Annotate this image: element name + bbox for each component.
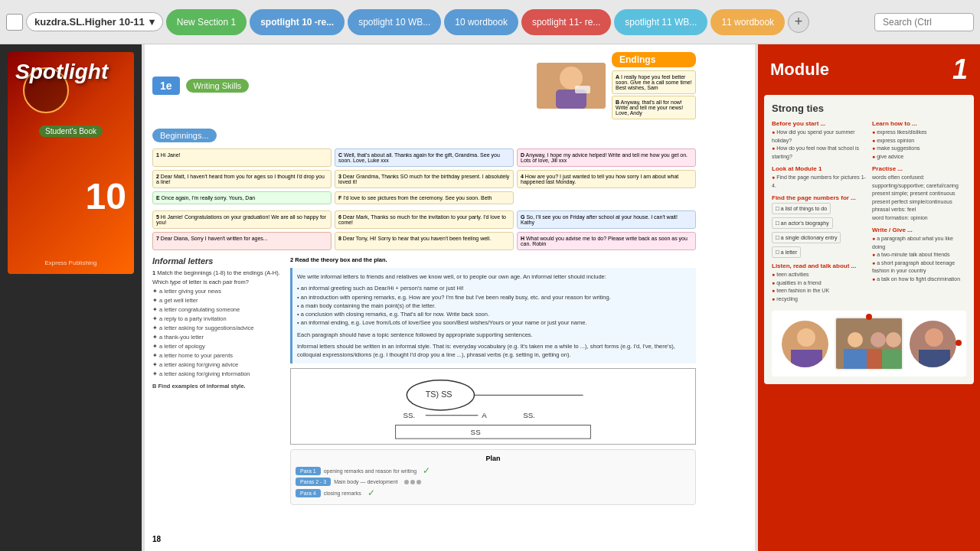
- photos-section: [772, 311, 966, 377]
- photos-row: [778, 317, 960, 370]
- letter-card-g: G So, I'll see you on Friday after schoo…: [517, 210, 696, 229]
- svg-point-20: [871, 332, 886, 347]
- svg-point-14: [797, 328, 815, 347]
- profile-dropdown-icon: ▾: [149, 16, 155, 28]
- book-cover: Spotlight Student's Book 10 Express Publ…: [8, 52, 134, 274]
- before-start-item-2: How do you feel now that school is start…: [772, 145, 866, 161]
- list-item: ✦ a thank-you letter: [152, 333, 283, 342]
- tab-spotlight11wb[interactable]: spotlight 11 WB...: [614, 9, 707, 35]
- letter-card-h: H What would you advise me to do? Please…: [517, 232, 696, 250]
- svg-text:SS.: SS.: [403, 411, 415, 419]
- theory-para: Each paragraph should have a topic sente…: [297, 331, 691, 339]
- theory-point: • an informal ending, e.g. Love from/Lot…: [297, 318, 691, 327]
- cover-publisher: Express Publishing: [44, 256, 96, 266]
- module-number: 1: [952, 54, 968, 86]
- svg-text:SS: SS: [471, 428, 482, 436]
- letter-card-e: E Once again, I'm really sorry. Yours, D…: [152, 191, 332, 204]
- plan-desc-2: Main body — development: [334, 479, 397, 484]
- module-sidebar: Module 1 Strong ties Before you start ..…: [758, 44, 980, 551]
- profile-selector[interactable]: kuzdra.SL.Higher 10-11 ▾: [26, 12, 163, 31]
- svg-text:TS) SS: TS) SS: [426, 390, 452, 399]
- tab-spotlight11re[interactable]: spotlight 11- re...: [521, 9, 611, 35]
- svg-rect-19: [844, 349, 867, 370]
- dots-indicator: [404, 480, 421, 484]
- write-item: a short paragraph about teenage fashion …: [872, 259, 966, 276]
- page-content-area: 1e Writing Skills End: [145, 44, 755, 551]
- svg-rect-26: [919, 350, 950, 369]
- student-book-badge: Student's Book: [39, 126, 103, 137]
- group-photo: [835, 317, 903, 370]
- left-sidebar: Spotlight Student's Book 10 Express Publ…: [0, 44, 142, 551]
- theory-point: • an informal greeting such as Dear/Hi +…: [297, 284, 691, 292]
- write-item: a talk on how to fight discrimination: [872, 276, 966, 284]
- module-content: Strong ties Before you start ... How did…: [764, 95, 974, 384]
- tab-spotlight10wb[interactable]: spotlight 10 WB...: [348, 9, 441, 35]
- svg-text:SS.: SS.: [523, 411, 535, 419]
- find-page-items: □ a list of things to do □ an actor's bi…: [772, 203, 866, 258]
- look-module-text: Find the page numbers for pictures 1-4.: [772, 174, 866, 190]
- plan-para-1: Para 1: [296, 467, 321, 475]
- cover-number: 10: [86, 178, 126, 215]
- tab-wordbook10[interactable]: 10 wordbook: [444, 9, 518, 35]
- list-item: ✦ a letter asking for/giving advice: [152, 360, 283, 370]
- learn-item: express likes/dislikes: [872, 129, 966, 137]
- theory-point: • a conclusion with closing remarks, e.g…: [297, 310, 691, 318]
- grammar-item: word formation: opinion: [872, 214, 966, 223]
- theory-box: We write informal letters to friends and…: [290, 268, 696, 364]
- letter-beginning-3: 3 Dear Grandma, Thanks SO much for the b…: [335, 170, 514, 188]
- letter-card-f: F I'd love to see pictures from the cere…: [335, 191, 514, 204]
- letter-beginning-5: 5 Hi Jamie! Congratulations on your grad…: [152, 210, 332, 229]
- section-badge: 1e: [152, 77, 180, 95]
- letter-card-c: C Well, that's about all. Thanks again f…: [335, 148, 514, 167]
- letter-beginning-7: 7 Dear Diana, Sorry I haven't written fo…: [152, 232, 332, 250]
- theory-style: Informal letters should be written in an…: [297, 342, 691, 360]
- tab-new-section[interactable]: New Section 1: [166, 9, 247, 35]
- look-module-section: Look at Module 1 Find the page numbers f…: [772, 165, 866, 190]
- task2-label: 2: [290, 256, 293, 263]
- svg-rect-11: [396, 425, 591, 439]
- tab-wordbook11[interactable]: 11 wordbook: [710, 9, 785, 35]
- write-item: a paragraph about what you like doing: [872, 235, 966, 251]
- endings-title: Endings: [612, 52, 696, 67]
- find-page-item: □ an actor's biography: [772, 217, 833, 229]
- learn-item: give advice: [872, 153, 966, 161]
- list-item: ✦ a letter asking for/giving information: [152, 370, 283, 379]
- beginnings-area: Beginnings...: [152, 126, 696, 145]
- find-page-title: Find the page numbers for ...: [772, 194, 866, 201]
- theory-point: • an introduction with opening remarks, …: [297, 293, 691, 302]
- cover-top: Spotlight: [15, 60, 126, 84]
- list-item: ✦ a get well letter: [152, 296, 283, 305]
- theory-point: • a main body containing the main point(…: [297, 302, 691, 310]
- module-section-title: Strong ties: [772, 103, 966, 114]
- learn-how-section: Learn how to ... express likes/dislikes …: [872, 120, 966, 161]
- find-page-item: □ a list of things to do: [772, 203, 831, 214]
- person-photo-1: [780, 319, 830, 369]
- textbook-page: 1e Writing Skills End: [145, 44, 704, 549]
- plan-row-2: Paras 2 - 3 Main body — development: [296, 478, 691, 486]
- find-page-item: □ a letter: [772, 246, 801, 258]
- plan-para-2: Paras 2 - 3: [296, 478, 331, 486]
- write-section: Write / Give ... a paragraph about what …: [872, 227, 966, 283]
- listen-section: Listen, read and talk about ... teen act…: [772, 262, 866, 303]
- module-title-text: Module: [770, 60, 829, 80]
- informal-letters-col: Informal letters 1 Match the beginnings …: [152, 256, 283, 510]
- plan-title: Plan: [296, 455, 691, 462]
- new-tab-button[interactable]: +: [788, 11, 809, 33]
- beginnings-grid: 1 Hi Jane! C Well, that's about all. Tha…: [152, 148, 696, 204]
- theory-points: • an informal greeting such as Dear/Hi +…: [297, 284, 691, 327]
- before-start-title: Before you start ...: [772, 120, 866, 127]
- tab-spotlight10re[interactable]: spotlight 10 -re...: [250, 9, 345, 35]
- search-input[interactable]: [874, 13, 974, 31]
- write-item: a two-minute talk about friends: [872, 251, 966, 259]
- letter-card-a: A I really hope you feel better soon. Gi…: [612, 70, 696, 94]
- checkmark-3: ✓: [368, 487, 375, 498]
- learn-item: express opinion: [872, 137, 966, 145]
- person-photo-2: [908, 319, 958, 369]
- top-bar: kuzdra.SL.Higher 10-11 ▾ New Section 1 s…: [0, 0, 980, 44]
- sketch-diagram: TS) SS SS. A SS. SS: [290, 368, 696, 445]
- page-header: 1e Writing Skills End: [152, 52, 696, 119]
- before-start-section: Before you start ... How did you spend y…: [772, 120, 866, 161]
- find-informal-task: B Find examples of informal style.: [152, 382, 283, 391]
- letter-beginning-1: 1 Hi Jane!: [152, 148, 332, 167]
- svg-point-25: [925, 328, 943, 347]
